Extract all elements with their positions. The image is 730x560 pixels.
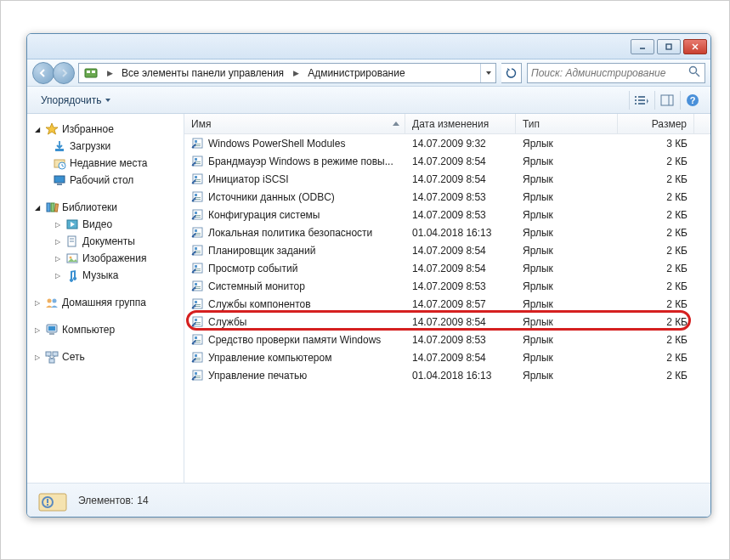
nav-libraries[interactable]: ◢Библиотеки <box>27 199 184 216</box>
expand-icon: ▷ <box>32 325 42 335</box>
breadcrumb-1[interactable]: Все элементы панели управления <box>116 64 290 82</box>
svg-rect-37 <box>49 333 54 335</box>
organize-button[interactable]: Упорядочить <box>34 91 118 110</box>
svg-rect-39 <box>53 352 58 356</box>
nav-item[interactable]: ▷Изображения <box>27 250 184 267</box>
nav-item[interactable]: ▷Видео <box>27 216 184 233</box>
nav-computer[interactable]: ▷Компьютер <box>27 321 184 338</box>
file-row[interactable]: Конфигурация системы14.07.2009 8:53Ярлык… <box>184 206 710 223</box>
organize-label: Упорядочить <box>41 94 101 106</box>
svg-rect-95 <box>193 371 202 380</box>
explorer-window: ▶ Все элементы панели управления ▶ Админ… <box>26 33 711 518</box>
file-type: Ярлык <box>516 280 618 292</box>
file-type: Ярлык <box>516 156 618 167</box>
file-size: 2 КБ <box>618 370 694 382</box>
svg-point-33 <box>48 299 52 303</box>
nav-item[interactable]: Недавние места <box>27 155 184 172</box>
view-options-button[interactable] <box>629 91 653 110</box>
breadcrumb-2[interactable]: Администрирование <box>303 64 410 82</box>
column-name[interactable]: Имя <box>184 114 405 133</box>
file-type: Ярлык <box>516 245 618 257</box>
svg-rect-79 <box>193 299 202 308</box>
svg-point-7 <box>690 66 697 73</box>
preview-pane-button[interactable] <box>654 91 678 110</box>
svg-text:?: ? <box>689 95 695 105</box>
shortcut-icon <box>191 280 205 293</box>
close-button[interactable] <box>683 39 707 54</box>
file-type: Ярлык <box>516 334 618 346</box>
nav-item[interactable]: Загрузки <box>27 138 184 155</box>
shortcut-icon <box>191 351 205 365</box>
file-row[interactable]: Средство проверки памяти Windows14.07.20… <box>184 331 710 348</box>
svg-rect-92 <box>195 354 197 357</box>
nav-item[interactable]: ▷Документы <box>27 233 184 250</box>
svg-rect-5 <box>87 71 90 73</box>
file-row[interactable]: Управление печатью01.04.2018 16:13Ярлык2… <box>184 366 710 384</box>
nav-network[interactable]: ▷Сеть <box>27 348 184 365</box>
file-size: 2 КБ <box>618 280 694 292</box>
search-box[interactable] <box>527 63 705 83</box>
file-row[interactable]: Windows PowerShell Modules14.07.2009 9:3… <box>184 134 710 152</box>
file-row[interactable]: Просмотр событий14.07.2009 8:54Ярлык2 КБ <box>184 259 710 277</box>
maximize-button[interactable] <box>657 39 681 54</box>
svg-rect-38 <box>46 352 51 356</box>
file-date: 14.07.2009 8:54 <box>405 352 516 364</box>
file-name: Службы <box>208 316 246 328</box>
shortcut-icon <box>191 297 205 311</box>
svg-rect-87 <box>193 335 202 344</box>
file-row[interactable]: Инициатор iSCSI14.07.2009 8:54Ярлык2 КБ <box>184 170 710 188</box>
forward-button[interactable] <box>53 62 75 84</box>
file-date: 14.07.2009 8:54 <box>405 173 516 185</box>
svg-rect-13 <box>635 103 637 105</box>
address-dropdown[interactable] <box>480 64 495 82</box>
nav-homegroup[interactable]: ▷Домашняя группа <box>27 294 184 311</box>
file-type: Ярлык <box>516 352 618 364</box>
svg-rect-64 <box>195 229 197 232</box>
file-row[interactable]: Системный монитор14.07.2009 8:53Ярлык2 К… <box>184 277 710 295</box>
music-icon <box>65 269 79 282</box>
shortcut-icon <box>191 173 205 186</box>
file-name: Управление компьютером <box>208 352 331 364</box>
file-type: Ярлык <box>516 298 618 310</box>
nav-item[interactable]: Рабочий стол <box>27 172 184 189</box>
file-size: 2 КБ <box>618 298 694 310</box>
svg-rect-43 <box>193 139 202 148</box>
file-name: Конфигурация системы <box>208 209 320 221</box>
address-bar[interactable]: ▶ Все элементы панели управления ▶ Админ… <box>78 63 496 83</box>
shortcut-icon <box>191 262 205 275</box>
nav-label: Библиотеки <box>62 201 117 213</box>
search-input[interactable] <box>531 67 688 79</box>
minimize-button[interactable] <box>631 39 654 54</box>
svg-rect-84 <box>195 319 197 321</box>
shortcut-icon <box>191 333 205 347</box>
back-button[interactable] <box>32 62 54 84</box>
refresh-button[interactable] <box>501 63 522 83</box>
star-icon <box>45 122 59 136</box>
column-size[interactable]: Размер <box>618 114 694 133</box>
svg-rect-55 <box>193 192 202 201</box>
svg-rect-60 <box>195 212 197 214</box>
nav-item[interactable]: ▷Музыка <box>27 267 184 284</box>
file-row[interactable]: Локальная политика безопасности01.04.201… <box>184 223 710 241</box>
homegroup-icon <box>45 296 59 309</box>
file-row[interactable]: Источники данных (ODBC)14.07.2009 8:53Яр… <box>184 188 710 206</box>
svg-rect-23 <box>57 184 62 185</box>
svg-rect-22 <box>54 176 65 183</box>
svg-rect-63 <box>193 228 202 237</box>
file-date: 14.07.2009 8:53 <box>405 191 516 203</box>
network-icon <box>45 350 59 364</box>
file-row[interactable]: Службы компонентов14.07.2009 8:57Ярлык2 … <box>184 295 710 313</box>
file-row[interactable]: Службы14.07.2009 8:54Ярлык2 КБ <box>184 313 710 331</box>
file-date: 01.04.2018 16:13 <box>405 370 516 382</box>
shortcut-icon <box>191 137 205 150</box>
file-row[interactable]: Брандмауэр Windows в режиме повы...14.07… <box>184 152 710 170</box>
nav-favorites[interactable]: ◢Избранное <box>27 121 184 138</box>
column-date[interactable]: Дата изменения <box>405 114 516 133</box>
help-button[interactable]: ? <box>680 91 704 110</box>
svg-rect-80 <box>195 301 197 303</box>
file-row[interactable]: Планировщик заданий14.07.2009 8:54Ярлык2… <box>184 241 710 259</box>
svg-rect-91 <box>193 353 202 362</box>
column-type[interactable]: Тип <box>516 114 618 133</box>
collapse-icon: ◢ <box>32 203 42 212</box>
file-row[interactable]: Управление компьютером14.07.2009 8:54Ярл… <box>184 348 710 366</box>
